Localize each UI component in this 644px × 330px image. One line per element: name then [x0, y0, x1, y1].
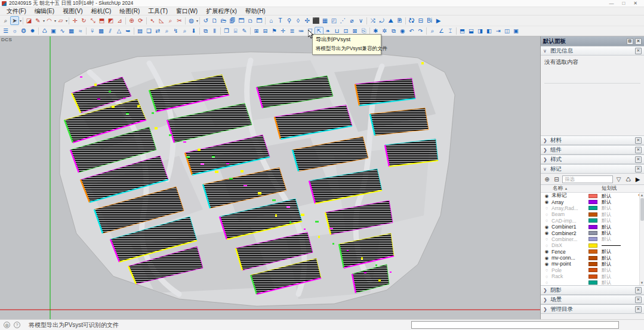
tag-dash-style[interactable]: 默认 [602, 248, 636, 255]
add-tag-folder-button[interactable]: ⊟ [553, 176, 560, 183]
tags-close-icon[interactable]: ✕ [635, 166, 642, 172]
cross-snap-icon[interactable]: ✛ [279, 27, 288, 35]
copy-doc-icon[interactable]: 🗐 [228, 16, 237, 25]
open-doc-icon[interactable]: 🗁 [219, 16, 228, 25]
draw-pen-icon[interactable]: ✎ [240, 27, 249, 35]
tag-color-swatch[interactable] [588, 280, 597, 285]
eye-visible-icon[interactable]: ◉ [542, 249, 551, 254]
entity-info-close-icon[interactable]: ✕ [635, 48, 642, 54]
eye-hidden-icon[interactable]: ○ [542, 236, 551, 242]
section-collapsed-top-1[interactable]: ❯材料✕ [541, 135, 644, 145]
eye-visible-icon[interactable]: ◉ [542, 261, 551, 267]
tag-row-Rack[interactable]: ○Rack默认 [541, 273, 644, 279]
tag-row-CAD-imp...[interactable]: ○CAD-imp...默认 [541, 218, 644, 224]
tag-row-Array,Rad...[interactable]: ○Array,Rad...默认 [541, 205, 644, 211]
sync-scene-icon[interactable]: ↺ [201, 16, 210, 25]
zoom-extents-tool-icon[interactable]: ⟳ [136, 16, 145, 25]
layout-doc-icon[interactable]: 🗔 [237, 16, 246, 25]
tag-dash-style[interactable]: 默认 [602, 224, 636, 230]
page-prev-icon[interactable]: 🗅 [246, 16, 255, 25]
follow-me-tool-icon[interactable]: ⊿ [115, 16, 124, 25]
tray-close-button[interactable]: ✕ [635, 38, 642, 45]
smart-rotate-icon[interactable]: ⤾ [377, 16, 386, 25]
layer-list-icon[interactable]: ☰ [1, 27, 10, 35]
tag-name[interactable]: Array,Rad... [551, 205, 588, 211]
bim-tool-icon[interactable]: Bi [425, 16, 434, 25]
tag-dash-style[interactable] [602, 243, 636, 248]
tag-color-swatch[interactable] [588, 218, 597, 223]
text-tool-icon[interactable]: T [276, 16, 285, 25]
section-close-icon[interactable]: ✕ [635, 147, 642, 153]
layer-stack-icon[interactable]: ≣ [288, 27, 297, 35]
tag-name[interactable]: Combiner2 [551, 230, 588, 236]
slope-tool-icon[interactable]: ⋰ [338, 16, 347, 25]
gear-run-icon[interactable]: ✲ [380, 27, 389, 35]
menu-item-3[interactable]: 视图(V) [58, 7, 87, 15]
scale-tool-icon[interactable]: ⤡ [88, 16, 97, 25]
film-strip-icon[interactable]: ▤ [135, 27, 144, 35]
magnify-tool-icon[interactable]: ⌕ [166, 16, 175, 25]
section-collapsed-top-3[interactable]: ❯样式✕ [541, 155, 644, 164]
tag-color-swatch[interactable] [588, 275, 597, 279]
help-icon[interactable]: ? [14, 322, 20, 328]
globe-gear-icon[interactable]: ❂ [19, 27, 28, 35]
offset-tool-icon[interactable]: ◩ [106, 16, 115, 25]
eye-hidden-icon[interactable]: ○ [542, 218, 551, 223]
tag-name[interactable]: 未标记 [551, 192, 588, 199]
solid-box-icon[interactable]: ⬛ [312, 16, 321, 25]
tag-name[interactable]: Rack [551, 273, 588, 279]
tag-row-Combiner2[interactable]: ◉Combiner2默认 [541, 230, 644, 236]
lock-tool-icon[interactable]: ⌸ [231, 27, 240, 35]
render-final-icon[interactable]: ▣ [511, 27, 520, 35]
panel-tool-d-icon[interactable]: ◧ [485, 27, 494, 35]
panel-tool-a-icon[interactable]: ⬒ [458, 27, 467, 35]
details-menu-arrow[interactable]: ▶ [634, 176, 642, 183]
tag-name[interactable]: DisX [551, 242, 588, 248]
tags-table-header[interactable]: 名称 ▲ 短划线 [541, 185, 644, 193]
info-circle-icon[interactable]: ◉ [398, 27, 407, 35]
tag-dash-style[interactable]: 默认 [602, 267, 636, 273]
grid-tool-icon[interactable]: ▦ [321, 16, 329, 25]
push-pull-tool-icon[interactable]: ⬒ [97, 16, 106, 25]
dropdown-caret-icon[interactable]: ▾ [66, 18, 67, 23]
tag-color-swatch[interactable] [588, 231, 597, 235]
layout-export-icon[interactable]: ⊟ [261, 27, 270, 35]
tag-row-未标记[interactable]: ◉未标记默认✎ [541, 193, 644, 199]
tag-row-Fence[interactable]: ◉Fence默认 [541, 249, 644, 255]
curve-hook-icon[interactable]: ➥ [124, 27, 133, 35]
tag-dash-style[interactable]: 默认 [602, 279, 636, 285]
tag-color-swatch[interactable] [588, 249, 597, 254]
tag-row-Array[interactable]: ◉Array默认 [541, 199, 644, 205]
tag-row-Combiner1[interactable]: ◉Combiner1默认 [541, 224, 644, 230]
new-doc-icon[interactable]: 🗋 [210, 16, 219, 25]
tag-row-Pole[interactable]: ○Pole默认 [541, 267, 644, 273]
tag-color-swatch[interactable] [588, 237, 597, 241]
person-scale-icon[interactable]: ⚲ [285, 16, 294, 25]
eye-visible-icon[interactable]: ◉ [542, 199, 551, 205]
wind-turbine-icon[interactable]: ✣ [303, 16, 312, 25]
scroll-down-icon[interactable]: ▼ [640, 281, 644, 285]
section-close-icon[interactable]: ✕ [635, 137, 642, 144]
menu-item-7[interactable]: 窗口(W) [172, 7, 202, 15]
home-view-icon[interactable]: ⌂ [267, 16, 276, 25]
redo-arc-icon[interactable]: ↷ [416, 27, 425, 35]
filter-funnel-icon[interactable]: ▽ [615, 176, 623, 183]
export-doc-icon[interactable]: 🖹 [395, 16, 404, 25]
tag-name[interactable]: Combiner1 [551, 224, 588, 230]
ruler-caliper-icon[interactable]: ⌶ [446, 27, 455, 35]
terrain-model-scene[interactable] [0, 36, 540, 319]
maximize-button[interactable]: □ [622, 1, 625, 6]
viewport-3d[interactable]: DCS [0, 36, 540, 319]
solar-refresh-icon[interactable]: ✹ [28, 27, 37, 35]
recycle-purge-icon[interactable]: ♺ [40, 27, 49, 35]
tag-search-input[interactable] [562, 175, 613, 183]
section-entity-info[interactable]: ∨ 图元信息 ✕ [541, 46, 644, 55]
tag-dash-style[interactable]: 默认 [602, 255, 636, 261]
section-close-icon[interactable]: ✕ [635, 156, 642, 163]
zoom-large-icon[interactable]: ⌕ [428, 27, 437, 35]
section-collapsed-bottom-2[interactable]: ❯场景✕ [541, 295, 644, 304]
tag-name[interactable]: mv-point [551, 261, 588, 267]
tag-dash-style[interactable]: 默认 [602, 236, 636, 242]
tag-dash-style[interactable]: 默认 [602, 211, 636, 218]
scroll-up-icon[interactable]: ▲ [640, 193, 644, 197]
